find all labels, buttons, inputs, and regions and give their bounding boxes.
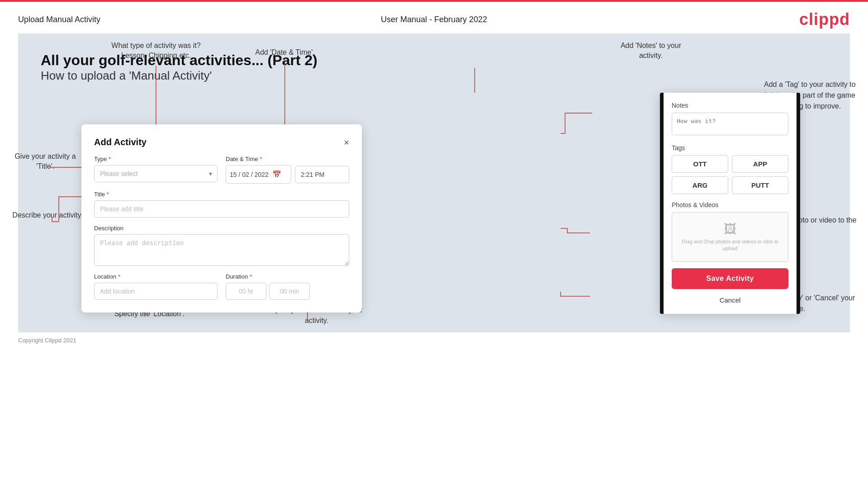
cancel-button[interactable]: Cancel xyxy=(672,294,788,307)
title-input[interactable] xyxy=(94,200,349,218)
type-datetime-row: Type * Please select ▾ Date & Time * 15 … xyxy=(94,156,349,184)
duration-label: Duration * xyxy=(226,273,349,280)
photo-icon: 🖼 xyxy=(677,222,783,237)
dialog-header: Add Activity × xyxy=(94,137,349,147)
page-title-sub: How to upload a 'Manual Activity' xyxy=(41,69,827,83)
doc-title: User Manual - February 2022 xyxy=(381,15,487,24)
description-label: Description xyxy=(94,225,349,232)
annotation-give-title: Give your activity a 'Title'. xyxy=(9,152,81,172)
location-label: Location * xyxy=(94,273,218,280)
tag-putt[interactable]: PUTT xyxy=(732,176,788,194)
type-select[interactable]: Please select xyxy=(94,165,218,182)
add-activity-dialog: Add Activity × Type * Please select ▾ Da… xyxy=(81,124,362,313)
date-value: 15 / 02 / 2022 xyxy=(230,171,269,178)
top-bar: Upload Manual Activity User Manual - Feb… xyxy=(0,2,868,33)
type-select-wrapper: Please select ▾ xyxy=(94,165,218,182)
footer: Copyright Clippd 2021 xyxy=(0,332,868,348)
datetime-label: Date & Time * xyxy=(226,156,349,162)
notes-label: Notes xyxy=(672,102,788,109)
photo-drop-zone[interactable]: 🖼 Drag and Drop photos and videos or cli… xyxy=(672,212,788,262)
duration-group: Duration * xyxy=(226,273,349,300)
title-group: Title * xyxy=(94,191,349,218)
date-input[interactable]: 15 / 02 / 2022 📅 xyxy=(226,165,291,184)
time-input[interactable]: 2:21 PM xyxy=(295,166,349,183)
duration-hr-input[interactable] xyxy=(226,283,266,300)
photo-drop-text: Drag and Drop photos and videos or click… xyxy=(677,238,783,252)
datetime-group: Date & Time * 15 / 02 / 2022 📅 2:21 PM xyxy=(226,156,349,184)
annotation-describe: Describe your activity. xyxy=(11,210,84,220)
main-content: All your golf-relevant activities... (Pa… xyxy=(18,34,850,332)
tag-ott[interactable]: OTT xyxy=(672,155,728,173)
annotation-date-time: Add 'Date & Time'. xyxy=(240,47,330,57)
location-group: Location * xyxy=(94,273,218,300)
dialog-title: Add Activity xyxy=(94,137,147,147)
notes-input[interactable] xyxy=(672,113,788,135)
save-activity-button[interactable]: Save Activity xyxy=(672,268,788,289)
location-input[interactable] xyxy=(94,283,218,300)
annotation-notes: Add 'Notes' to your activity. xyxy=(610,41,692,61)
description-group: Description xyxy=(94,225,349,266)
annotation-what-type: What type of activity was it? Lesson, Ch… xyxy=(106,41,206,61)
duration-min-input[interactable] xyxy=(269,283,310,300)
tag-arg[interactable]: ARG xyxy=(672,176,728,194)
photos-label: Photos & Videos xyxy=(672,201,788,208)
close-button[interactable]: × xyxy=(344,138,349,147)
date-time-row: 15 / 02 / 2022 📅 2:21 PM xyxy=(226,165,349,184)
type-group: Type * Please select ▾ xyxy=(94,156,218,184)
calendar-icon: 📅 xyxy=(272,170,281,179)
title-label: Title * xyxy=(94,191,349,198)
copyright-text: Copyright Clippd 2021 xyxy=(18,337,76,344)
type-label: Type * xyxy=(94,156,218,162)
phone-panel: Notes Tags OTT APP ARG PUTT Photos & Vid… xyxy=(660,93,800,314)
location-duration-row: Location * Duration * xyxy=(94,273,349,300)
duration-inputs xyxy=(226,283,349,300)
description-input[interactable] xyxy=(94,234,349,266)
page-label: Upload Manual Activity xyxy=(18,15,100,24)
logo: clippd xyxy=(799,10,850,29)
tag-app[interactable]: APP xyxy=(732,155,788,173)
tags-grid: OTT APP ARG PUTT xyxy=(672,155,788,194)
tags-label: Tags xyxy=(672,144,788,152)
